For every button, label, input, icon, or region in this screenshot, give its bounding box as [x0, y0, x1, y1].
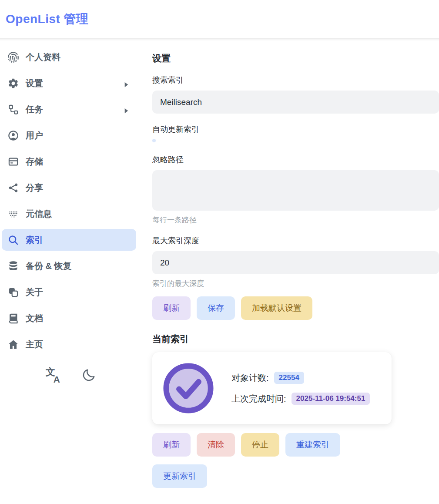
sidebar-item-label: 索引	[26, 234, 43, 246]
copy-icon	[7, 286, 19, 298]
ignore-paths-textarea[interactable]	[152, 170, 439, 211]
chevron-right-icon	[122, 79, 131, 87]
sidebar-item-share[interactable]: 分享	[2, 177, 136, 198]
language-switch-button[interactable]: 文A	[44, 366, 62, 384]
check-circle-icon	[163, 363, 214, 414]
book-icon	[7, 312, 19, 324]
sidebar-item-label: 文档	[26, 312, 43, 324]
sidebar-item-profile[interactable]: 个人资料	[2, 46, 136, 68]
search-index-select[interactable]	[152, 91, 439, 114]
sidebar-item-meta[interactable]: 元信息	[2, 203, 136, 225]
settings-heading: 设置	[152, 52, 439, 64]
gear-icon	[7, 77, 19, 89]
sidebar-item-docs[interactable]: 文档	[2, 307, 136, 329]
main-content: 设置 搜索索引 自动更新索引 忽略路径 每行一条路径 最大索引深度 索引的最大深…	[142, 38, 439, 504]
object-count-label: 对象计数:	[231, 372, 269, 384]
last-done-row: 上次完成时间: 2025-11-06 19:54:51	[231, 393, 370, 405]
sidebar-footer: 文A	[0, 366, 142, 384]
rebuild-index-button[interactable]: 重建索引	[285, 433, 340, 457]
home-icon	[7, 339, 19, 350]
search-icon	[7, 234, 19, 246]
app-title: OpenList 管理	[6, 11, 89, 27]
chevron-right-icon	[122, 105, 131, 114]
translate-icon: 文A	[45, 367, 61, 383]
auto-update-toggle[interactable]	[152, 139, 156, 142]
sidebar-item-users[interactable]: 用户	[2, 124, 136, 146]
sidebar-item-tasks[interactable]: 任务	[2, 98, 136, 120]
user-icon	[7, 130, 19, 141]
storage-icon	[7, 156, 19, 168]
settings-buttons: 刷新 保存 加载默认设置	[152, 296, 439, 320]
refresh-index-button[interactable]: 刷新	[152, 433, 191, 457]
sidebar-item-label: 元信息	[26, 208, 52, 220]
meta-dots-icon	[7, 208, 19, 220]
sidebar-item-backup[interactable]: 备份 & 恢复	[2, 255, 136, 277]
object-count-badge: 22554	[274, 372, 304, 384]
max-depth-input[interactable]	[152, 251, 439, 274]
sidebar-item-label: 任务	[26, 104, 43, 115]
save-button[interactable]: 保存	[197, 296, 235, 320]
index-buttons-row-1: 刷新 清除 停止 重建索引	[152, 433, 439, 457]
search-index-label: 搜索索引	[152, 75, 439, 85]
last-done-label: 上次完成时间:	[231, 393, 286, 405]
sidebar-item-label: 备份 & 恢复	[26, 260, 72, 272]
max-depth-hint: 索引的最大深度	[152, 279, 439, 289]
max-depth-label: 最大索引深度	[152, 235, 439, 246]
sidebar-item-label: 用户	[26, 130, 43, 141]
refresh-settings-button[interactable]: 刷新	[152, 296, 191, 320]
sidebar-item-home[interactable]: 主页	[2, 333, 136, 355]
index-buttons-row-2: 更新索引	[152, 464, 439, 488]
ignore-paths-hint: 每行一条路径	[152, 215, 439, 225]
database-icon	[7, 260, 19, 272]
update-index-button[interactable]: 更新索引	[152, 464, 207, 488]
share-icon	[7, 182, 19, 194]
last-done-badge: 2025-11-06 19:54:51	[292, 393, 370, 405]
stop-index-button[interactable]: 停止	[241, 433, 279, 457]
fingerprint-icon	[7, 51, 19, 63]
app-body: 个人资料 设置 任务	[0, 38, 439, 504]
sidebar-item-label: 分享	[26, 182, 43, 194]
sidebar-item-label: 个人资料	[26, 51, 60, 63]
index-info: 对象计数: 22554 上次完成时间: 2025-11-06 19:54:51	[231, 372, 370, 405]
app-window: OpenList 管理 个人资料 设置	[0, 0, 439, 504]
sidebar-item-label: 存储	[26, 156, 43, 168]
sidebar-item-index[interactable]: 索引	[2, 229, 136, 251]
moon-icon	[81, 368, 96, 383]
current-index-card: 对象计数: 22554 上次完成时间: 2025-11-06 19:54:51	[152, 352, 392, 424]
sidebar-item-label: 设置	[26, 77, 43, 89]
sidebar-item-settings[interactable]: 设置	[2, 72, 136, 94]
toggle-knob	[144, 142, 153, 151]
sidebar-item-label: 主页	[26, 339, 43, 350]
sidebar-item-storage[interactable]: 存储	[2, 151, 136, 172]
clear-index-button[interactable]: 清除	[197, 433, 235, 457]
object-count-row: 对象计数: 22554	[231, 372, 370, 384]
app-header: OpenList 管理	[0, 0, 439, 38]
auto-update-label: 自动更新索引	[152, 124, 439, 134]
theme-toggle-button[interactable]	[80, 366, 97, 384]
ignore-paths-label: 忽略路径	[152, 155, 439, 165]
sidebar-item-label: 关于	[26, 286, 43, 298]
current-index-heading: 当前索引	[152, 333, 439, 345]
sidebar: 个人资料 设置 任务	[0, 38, 142, 504]
sidebar-item-about[interactable]: 关于	[2, 281, 136, 303]
tasks-icon	[7, 104, 19, 115]
load-defaults-button[interactable]: 加载默认设置	[241, 296, 312, 320]
